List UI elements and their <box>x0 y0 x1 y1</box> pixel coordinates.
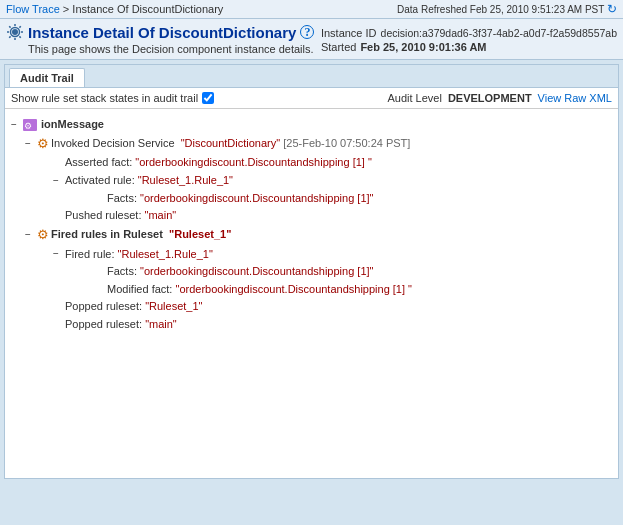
activated-facts-row: Facts: "orderbookingdiscount.Discountand… <box>95 190 612 208</box>
page-subtitle: This page shows the Decision component i… <box>28 43 314 55</box>
asserted-label: Asserted fact: "orderbookingdiscount.Dis… <box>65 154 372 172</box>
fired-facts-row: Facts: "orderbookingdiscount.Discountand… <box>95 263 612 281</box>
instance-id-label: Instance ID <box>321 27 377 39</box>
activated-facts-expand <box>95 190 105 206</box>
refresh-icon[interactable]: ↻ <box>607 2 617 16</box>
top-bar: Flow Trace > Instance Of DiscountDiction… <box>0 0 623 19</box>
fired-facts-expand <box>95 264 105 280</box>
show-stack-label: Show rule set stack states in audit trai… <box>11 92 198 104</box>
started-row: Started Feb 25, 2010 9:01:36 AM <box>321 41 617 53</box>
activated-row: − Activated rule: "Ruleset_1.Rule_1" <box>53 172 612 190</box>
popped-2-row: Popped ruleset: "main" <box>53 316 612 334</box>
invoked-icon: ⚙ <box>37 134 49 155</box>
invoked-label: Invoked Decision Service "DiscountDictio… <box>51 135 410 153</box>
fired-rule-node: − Fired rule: "Ruleset_1.Rule_1" Facts: … <box>53 246 612 299</box>
asserted-row: Asserted fact: "orderbookingdiscount.Dis… <box>53 154 612 172</box>
view-raw-xml-link[interactable]: View Raw XML <box>538 92 612 104</box>
fired-rules-node: − ⚙ Fired rules in Ruleset "Ruleset_1" −… <box>25 225 612 334</box>
gear-icon <box>6 23 24 41</box>
breadcrumb-flow[interactable]: Flow Trace <box>6 3 60 15</box>
page-title: Instance Detail Of DiscountDictionary <box>28 24 296 41</box>
activated-label: Activated rule: "Ruleset_1.Rule_1" <box>65 172 233 190</box>
activated-node: − Activated rule: "Ruleset_1.Rule_1" Fac… <box>53 172 612 207</box>
header-area: Instance Detail Of DiscountDictionary ? … <box>0 19 623 60</box>
invoked-expand[interactable]: − <box>25 136 35 152</box>
fired-rules-expand[interactable]: − <box>25 227 35 243</box>
popped-1-expand <box>53 299 63 315</box>
svg-text:⚙: ⚙ <box>24 121 32 131</box>
tree-area: − ⚙ ionMessage − ⚙ Invoked Decision Serv… <box>5 109 618 452</box>
root-icon: ⚙ <box>23 119 39 131</box>
instance-id-value: decision:a379dad6-3f37-4ab2-a0d7-f2a59d8… <box>381 27 617 39</box>
modified-fact-row: Modified fact: "orderbookingdiscount.Dis… <box>95 281 612 299</box>
started-label: Started <box>321 41 356 53</box>
main-content: Audit Trail Show rule set stack states i… <box>4 64 619 479</box>
fired-rules-label: Fired rules in Ruleset "Ruleset_1" <box>51 226 231 244</box>
breadcrumb: Flow Trace > Instance Of DiscountDiction… <box>6 3 223 15</box>
modified-fact-expand <box>95 282 105 298</box>
popped-2-expand <box>53 317 63 333</box>
popped-2-label: Popped ruleset: "main" <box>65 316 177 334</box>
activated-facts-label: Facts: "orderbookingdiscount.Discountand… <box>107 190 373 208</box>
asserted-expand <box>53 155 63 171</box>
modified-fact-label: Modified fact: "orderbookingdiscount.Dis… <box>107 281 412 299</box>
pushed-label: Pushed ruleset: "main" <box>65 207 176 225</box>
fired-rules-icon: ⚙ <box>37 225 49 246</box>
fired-rule-expand[interactable]: − <box>53 246 63 262</box>
started-value: Feb 25, 2010 9:01:36 AM <box>360 41 486 53</box>
audit-level-value: DEVELOPMENT <box>448 92 532 104</box>
fired-facts-label: Facts: "orderbookingdiscount.Discountand… <box>107 263 373 281</box>
toolbar-row: Show rule set stack states in audit trai… <box>5 88 618 109</box>
instance-id-row: Instance ID decision:a379dad6-3f37-4ab2-… <box>321 27 617 39</box>
audit-level-row: Audit Level DEVELOPMENT View Raw XML <box>387 92 612 104</box>
pushed-expand <box>53 208 63 224</box>
root-row: − ⚙ ionMessage <box>11 116 612 134</box>
tab-bar: Audit Trail <box>5 65 618 88</box>
breadcrumb-current: Instance Of DiscountDictionary <box>72 3 223 15</box>
help-icon[interactable]: ? <box>300 25 314 39</box>
tab-audit-trail[interactable]: Audit Trail <box>9 68 85 87</box>
header-left: Instance Detail Of DiscountDictionary ? … <box>6 23 314 55</box>
show-stack-row: Show rule set stack states in audit trai… <box>11 92 214 104</box>
svg-point-0 <box>12 29 18 35</box>
fired-rules-row: − ⚙ Fired rules in Ruleset "Ruleset_1" <box>25 225 612 246</box>
refresh-text: Data Refreshed Feb 25, 2010 9:51:23 AM P… <box>397 4 604 15</box>
audit-level-label: Audit Level <box>387 92 441 104</box>
fired-rule-label: Fired rule: "Ruleset_1.Rule_1" <box>65 246 213 264</box>
popped-1-row: Popped ruleset: "Ruleset_1" <box>53 298 612 316</box>
page-title-row: Instance Detail Of DiscountDictionary ? <box>6 23 314 41</box>
breadcrumb-sep: > <box>60 3 73 15</box>
show-stack-checkbox[interactable] <box>202 92 214 104</box>
root-label: ionMessage <box>41 116 104 134</box>
popped-1-label: Popped ruleset: "Ruleset_1" <box>65 298 202 316</box>
invoked-node: − ⚙ Invoked Decision Service "DiscountDi… <box>25 134 612 225</box>
refresh-info: Data Refreshed Feb 25, 2010 9:51:23 AM P… <box>397 2 617 16</box>
pushed-row: Pushed ruleset: "main" <box>53 207 612 225</box>
fired-rule-row: − Fired rule: "Ruleset_1.Rule_1" <box>53 246 612 264</box>
root-expand-icon[interactable]: − <box>11 117 21 133</box>
header-right: Instance ID decision:a379dad6-3f37-4ab2-… <box>321 27 617 53</box>
invoked-row: − ⚙ Invoked Decision Service "DiscountDi… <box>25 134 612 155</box>
tree-root: − ⚙ ionMessage − ⚙ Invoked Decision Serv… <box>11 116 612 334</box>
activated-expand[interactable]: − <box>53 173 63 189</box>
